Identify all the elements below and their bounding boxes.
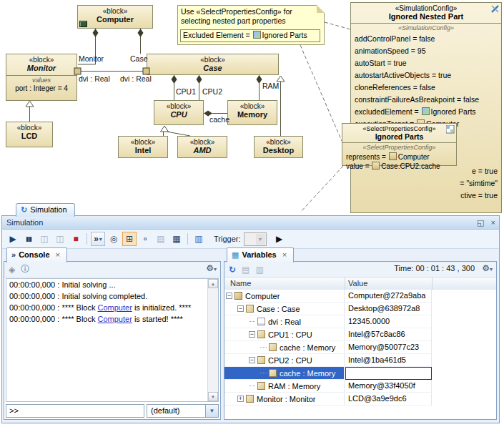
scroll-up-icon[interactable]: ▲ xyxy=(208,279,218,288)
save-button[interactable]: ▤ xyxy=(242,265,249,275)
tree-collapse-toggle[interactable]: − xyxy=(226,293,232,299)
row-value[interactable]: Intel@1ba461d5 xyxy=(345,354,432,367)
config-section-label: «SimulationConfig» xyxy=(351,24,501,33)
port-dvi-case[interactable] xyxy=(143,68,149,74)
console-output[interactable]: 00:00:00,000 : Initial solving ... 00:00… xyxy=(6,278,219,402)
table-row-selected[interactable]: cache : Memory xyxy=(224,367,496,380)
config-property-excluded-element: excludedElement = Ignored Parts xyxy=(351,106,501,118)
config-property: autostartActiveObjects = true xyxy=(351,69,501,82)
play-button[interactable]: ▶ xyxy=(6,232,20,246)
close-variables-icon[interactable]: × xyxy=(282,250,287,259)
computer-link[interactable]: Computer xyxy=(98,303,132,312)
options-button[interactable]: ∘ xyxy=(138,232,152,246)
table-row[interactable]: −CPU2 : CPU Intel@1ba461d5 xyxy=(224,354,496,367)
row-value[interactable]: Computer@272a9aba xyxy=(345,290,432,303)
row-value[interactable]: Intel@57c8ac86 xyxy=(345,328,432,341)
tree-branch xyxy=(260,347,267,348)
row-name: CPU2 : CPU xyxy=(268,356,312,365)
row-name: Computer xyxy=(245,292,280,300)
animation-speed-button[interactable]: »▾ xyxy=(91,232,105,246)
refresh-button[interactable]: ↻ xyxy=(229,265,236,275)
column-name[interactable]: Name xyxy=(230,279,251,288)
port-dvi-monitor[interactable] xyxy=(74,68,81,74)
anchor-note-simconfig xyxy=(325,22,350,29)
composition-diamond xyxy=(93,29,99,37)
composition-diamond xyxy=(172,75,177,84)
tab-simulation[interactable]: ↻Simulation xyxy=(16,203,75,217)
console-scrollbar[interactable]: ▲ ▼ xyxy=(207,279,218,401)
table-view-button[interactable]: ▦ xyxy=(169,232,184,246)
column-divider[interactable] xyxy=(345,278,345,290)
config-property: autoStart = true xyxy=(351,57,501,69)
table-row[interactable]: dvi : Real 12345.0000 xyxy=(224,315,496,328)
select-properties-config-box[interactable]: «SelectPropertiesConfig» Ignored Parts «… xyxy=(342,123,457,166)
part-icon xyxy=(257,382,265,390)
config-name: Ignored Nested Part xyxy=(351,12,501,21)
variables-panel: ▦Variables× ↻ ▤ ▥ Time: 00 : 01 : 43 , 3… xyxy=(224,247,497,420)
close-icon[interactable]: × xyxy=(491,218,495,227)
gear-icon: ⚙ xyxy=(206,263,214,273)
trigger-flag-icon[interactable]: ▶ xyxy=(272,232,287,246)
console-input-row: >> (default) ▼ xyxy=(6,404,219,418)
column-value[interactable]: Value xyxy=(348,279,367,288)
terminate-button[interactable]: ■ xyxy=(69,232,83,246)
simulation-config-box[interactable]: «SimulationConfig» Ignored Nested Part «… xyxy=(350,2,502,213)
column-divider[interactable] xyxy=(432,278,433,290)
config-property: addControlPanel = false xyxy=(351,33,501,45)
trigger-dropdown-arrow-icon[interactable]: ▼ xyxy=(256,234,265,245)
computer-link[interactable]: Computer xyxy=(98,315,132,323)
role-label-cache: cache xyxy=(209,115,229,124)
row-value[interactable]: Memory@33f4050f xyxy=(345,380,432,393)
table-row[interactable]: −Computer Computer@272a9aba xyxy=(224,290,496,303)
step-over-button[interactable]: ◫ xyxy=(53,232,67,246)
panel-titlebar[interactable]: Simulation ◱ × xyxy=(2,216,499,230)
console-body: ◈ ⓘ ⚙▾ 00:00:00,000 : Initial solving ..… xyxy=(4,261,221,420)
table-row[interactable]: RAM : Memory Memory@33f4050f xyxy=(224,380,496,393)
row-value[interactable]: Memory@50077c23 xyxy=(345,341,432,354)
step-into-button[interactable]: ◫ xyxy=(37,232,51,246)
table-row[interactable]: cache : Memory Memory@50077c23 xyxy=(224,341,496,354)
float-window-icon[interactable]: ◱ xyxy=(477,218,484,227)
tree-branch xyxy=(249,386,255,386)
info-button[interactable]: ⓘ xyxy=(21,263,29,275)
tree-collapse-toggle[interactable]: − xyxy=(237,305,244,312)
pause-button[interactable]: ▮▮ xyxy=(21,232,36,246)
trigger-dropdown[interactable]: ▼ xyxy=(244,232,267,246)
breakpoints-button[interactable]: ◎ xyxy=(107,232,121,246)
clear-console-button[interactable]: ◈ xyxy=(9,265,15,275)
tree-expand-toggle[interactable]: + xyxy=(237,396,244,402)
console-settings-button[interactable]: ⚙▾ xyxy=(206,263,217,273)
console-toggle-button[interactable]: ▤ xyxy=(154,232,168,246)
row-value-editor[interactable] xyxy=(345,367,432,380)
tab-console[interactable]: »Console× xyxy=(6,247,67,262)
simulation-icon: ↻ xyxy=(21,205,27,214)
property-label: represents = xyxy=(346,153,388,161)
log-button[interactable]: ▥ xyxy=(192,232,206,246)
combo-arrow-icon[interactable]: ▼ xyxy=(205,405,218,417)
config-property: constraintFailureAsBreakpoint = false xyxy=(351,94,501,106)
show-structure-button[interactable]: ⊞ xyxy=(122,232,137,246)
table-row[interactable]: −CPU1 : CPU Intel@57c8ac86 xyxy=(224,328,496,341)
variables-settings-button[interactable]: ⚙▾ xyxy=(482,263,493,273)
note[interactable]: Use «SelectPropertiesConfig» for selecti… xyxy=(177,5,325,45)
role-label-case: Case xyxy=(130,54,148,63)
table-header[interactable]: Name Value xyxy=(224,278,496,290)
export-button[interactable]: ▥ xyxy=(255,265,263,275)
close-console-icon[interactable]: × xyxy=(56,250,60,259)
console-mode-dropdown[interactable]: (default) ▼ xyxy=(147,404,219,418)
console-input[interactable]: >> xyxy=(6,404,144,418)
generalization-amd-cpu[interactable] xyxy=(167,132,190,136)
table-row[interactable]: +Monitor : Monitor LCD@3a9e9dc6 xyxy=(224,393,496,406)
scroll-down-icon[interactable]: ▼ xyxy=(208,392,218,401)
tab-variables[interactable]: ▦Variables× xyxy=(227,247,294,262)
row-value[interactable]: 12345.0000 xyxy=(345,315,432,328)
cache-element-icon xyxy=(372,162,380,170)
config-header: «SelectPropertiesConfig» Ignored Parts xyxy=(342,124,456,143)
dropdown-arrow-icon: ▾ xyxy=(214,266,217,273)
row-value[interactable]: Desktop@638972a8 xyxy=(345,303,432,315)
tree-collapse-toggle[interactable]: − xyxy=(249,357,255,363)
toolbar-separator xyxy=(187,233,188,245)
tree-collapse-toggle[interactable]: − xyxy=(249,331,255,338)
row-value[interactable]: LCD@3a9e9dc6 xyxy=(345,393,432,406)
table-row[interactable]: −Case : Case Desktop@638972a8 xyxy=(224,303,496,315)
